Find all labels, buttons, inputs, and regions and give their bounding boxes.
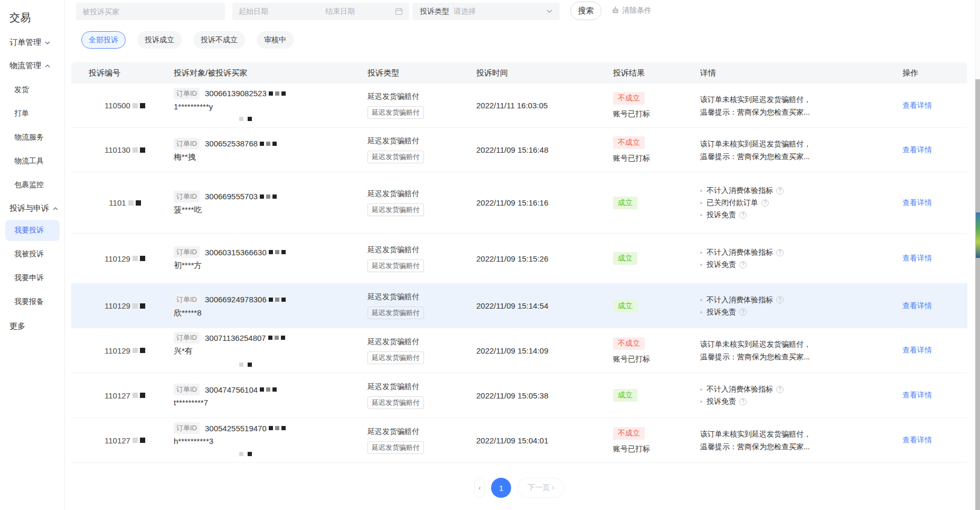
redaction-block bbox=[269, 250, 273, 254]
sidebar-section-complaints[interactable]: 投诉与申诉 bbox=[10, 203, 58, 214]
detail-cell: 该订单未核实到延迟发货骗赔付，温馨提示：营商保为您检查买家... bbox=[687, 84, 890, 127]
redaction-block bbox=[133, 103, 138, 108]
view-detail-link[interactable]: 查看详情 bbox=[902, 145, 967, 155]
complaint-time: 2022/11/09 15:04:01 bbox=[476, 436, 600, 445]
redaction-block bbox=[275, 250, 279, 254]
help-icon[interactable]: ? bbox=[739, 211, 747, 219]
complaint-time-cell: 2022/11/09 15:04:01 bbox=[464, 418, 600, 462]
help-icon[interactable]: ? bbox=[761, 199, 769, 207]
complaint-result-cell: 成立 bbox=[600, 284, 687, 328]
sidebar-item-包裹监控[interactable]: 包裹监控 bbox=[0, 174, 65, 196]
complaint-type: 延迟发货骗赔付 bbox=[368, 189, 464, 199]
result-note: 账号已打标 bbox=[613, 355, 687, 364]
table-header: 投诉编号投诉对象/被投诉买家投诉类型投诉时间投诉结果详情操作 bbox=[71, 62, 967, 84]
prev-page-button[interactable]: ‹ bbox=[474, 478, 485, 498]
sidebar-item-我要报备[interactable]: 我要报备 bbox=[0, 291, 65, 312]
complaint-type-select[interactable]: 投诉类型 请选择 bbox=[412, 3, 560, 20]
complaint-type: 延迟发货骗赔付 bbox=[368, 427, 464, 437]
complaint-no: 110129 bbox=[105, 254, 130, 263]
complained-buyer-input[interactable] bbox=[76, 3, 225, 20]
complaint-type: 延迟发货骗赔付 bbox=[368, 382, 464, 392]
column-header: 投诉结果 bbox=[600, 68, 687, 78]
help-icon[interactable]: ? bbox=[776, 386, 784, 393]
view-detail-link[interactable]: 查看详情 bbox=[902, 391, 967, 400]
current-page-button[interactable]: 1 bbox=[491, 478, 511, 498]
help-icon[interactable]: ? bbox=[776, 187, 784, 194]
redaction-block bbox=[248, 363, 252, 367]
tab-审核中[interactable]: 审核中 bbox=[257, 31, 294, 49]
next-page-button[interactable]: 下一页 › bbox=[517, 478, 564, 498]
view-detail-link[interactable]: 查看详情 bbox=[902, 254, 967, 263]
sidebar-item-我要投诉[interactable]: 我要投诉 bbox=[5, 220, 60, 241]
complaint-target-cell: 订单ID 30071136254807 兴*有 bbox=[161, 328, 355, 373]
clear-filters-button[interactable]: 清除条件 bbox=[611, 6, 652, 15]
buyer-name: h**********3 bbox=[174, 437, 355, 446]
column-header: 投诉时间 bbox=[464, 68, 600, 78]
view-detail-link[interactable]: 查看详情 bbox=[902, 198, 967, 208]
detail-bullet: 不计入消费体验指标? bbox=[700, 184, 890, 197]
column-header: 操作 bbox=[890, 68, 967, 78]
floating-widget[interactable] bbox=[976, 212, 980, 258]
select-label: 投诉类型 bbox=[420, 7, 449, 16]
redaction-block bbox=[266, 142, 270, 146]
complaint-time: 2022/11/09 15:14:09 bbox=[476, 346, 600, 355]
scrollbar-thumb[interactable] bbox=[975, 79, 980, 510]
complaint-time-cell: 2022/11/11 16:03:05 bbox=[464, 84, 600, 127]
help-icon[interactable]: ? bbox=[739, 398, 747, 405]
detail-text-line: 温馨提示：营商保为您检查买家... bbox=[700, 440, 890, 453]
detail-bullet-text: 投诉免责 bbox=[706, 395, 736, 407]
sidebar-section-logistics-mgmt[interactable]: 物流管理 bbox=[10, 61, 50, 71]
detail-text-line: 温馨提示：营商保为您检查买家... bbox=[700, 350, 890, 363]
action-cell: 查看详情 bbox=[890, 234, 967, 283]
redaction-block bbox=[275, 426, 279, 430]
action-cell: 查看详情 bbox=[890, 418, 967, 462]
view-detail-link[interactable]: 查看详情 bbox=[902, 435, 967, 445]
detail-bullet: 投诉免责? bbox=[700, 209, 890, 221]
sidebar-item-物流服务[interactable]: 物流服务 bbox=[0, 127, 65, 148]
complaint-result-cell: 不成立 账号已打标 bbox=[600, 328, 687, 373]
tab-投诉不成立[interactable]: 投诉不成立 bbox=[193, 31, 245, 49]
view-detail-link[interactable]: 查看详情 bbox=[902, 101, 967, 110]
view-detail-link[interactable]: 查看详情 bbox=[902, 346, 967, 355]
redaction-block bbox=[248, 117, 252, 121]
sidebar-item-物流工具[interactable]: 物流工具 bbox=[0, 151, 65, 172]
view-detail-link[interactable]: 查看详情 bbox=[902, 301, 967, 311]
help-icon[interactable]: ? bbox=[739, 261, 747, 268]
order-line: 订单ID 30066139082523 bbox=[174, 88, 355, 99]
sidebar-item-我被投诉[interactable]: 我被投诉 bbox=[0, 244, 65, 265]
sidebar-section-order-mgmt[interactable]: 订单管理 bbox=[10, 38, 50, 48]
sidebar-item-我要申诉[interactable]: 我要申诉 bbox=[0, 267, 65, 289]
chevron-up-icon bbox=[53, 207, 58, 210]
help-icon[interactable]: ? bbox=[776, 249, 784, 256]
redaction-block bbox=[133, 303, 138, 309]
redaction-block bbox=[266, 194, 270, 199]
order-id-chip: 订单ID bbox=[174, 294, 200, 305]
tab-投诉成立[interactable]: 投诉成立 bbox=[137, 31, 182, 49]
help-icon[interactable]: ? bbox=[776, 296, 784, 303]
tab-全部投诉[interactable]: 全部投诉 bbox=[81, 31, 126, 49]
detail-cell: 不计入消费体验指标?投诉免责? bbox=[687, 234, 890, 283]
sidebar: 交易 订单管理 物流管理 发货打单物流服务物流工具包裹监控 投诉与申诉 我要投诉… bbox=[0, 0, 65, 510]
complaint-type-cell: 延迟发货骗赔付 延迟发货骗赔付 bbox=[355, 172, 464, 233]
detail-cell: 不计入消费体验指标?投诉免责? bbox=[687, 373, 890, 418]
help-icon[interactable]: ? bbox=[739, 308, 747, 316]
result-badge: 不成立 bbox=[613, 337, 645, 350]
redaction-block bbox=[260, 387, 264, 392]
detail-bullet: 不计入消费体验指标? bbox=[700, 294, 890, 306]
date-range-picker[interactable]: 起始日期 结束日期 bbox=[232, 3, 409, 20]
redaction-block bbox=[269, 426, 273, 430]
redaction-block bbox=[269, 91, 273, 96]
sidebar-section-more[interactable]: 更多 bbox=[10, 321, 25, 331]
detail-bullet: 不计入消费体验指标? bbox=[700, 383, 890, 395]
sidebar-item-发货[interactable]: 发货 bbox=[0, 79, 65, 100]
redaction-block bbox=[133, 393, 138, 398]
detail-bullet: 不计入消费体验指标? bbox=[700, 246, 890, 258]
sidebar-item-打单[interactable]: 打单 bbox=[0, 103, 65, 124]
search-button[interactable]: 搜索 bbox=[570, 2, 601, 20]
complaint-type: 延迟发货骗赔付 bbox=[368, 92, 464, 101]
detail-cell: 该订单未核实到延迟发货骗赔付，温馨提示：营商保为您检查买家... bbox=[687, 328, 890, 373]
clear-filters-label: 清除条件 bbox=[622, 6, 652, 15]
order-line: 订单ID 30066924978306 bbox=[174, 294, 355, 305]
redaction-block bbox=[281, 426, 286, 430]
complaint-time-cell: 2022/11/09 15:15:26 bbox=[464, 234, 600, 283]
